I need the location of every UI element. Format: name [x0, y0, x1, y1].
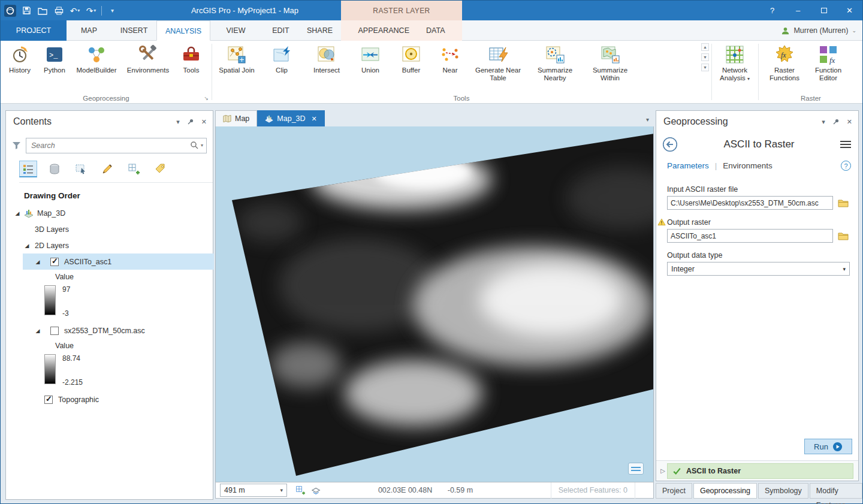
help-button[interactable]: ? — [759, 1, 785, 20]
input-raster-label: Input ASCII raster file — [667, 185, 850, 194]
tab-analysis[interactable]: ANALYSIS — [156, 20, 210, 41]
save-button[interactable] — [20, 4, 32, 18]
map-3d-viewport[interactable] — [215, 126, 654, 482]
hamburger-menu-icon[interactable] — [840, 141, 851, 148]
expand-icon[interactable]: ◢ — [13, 210, 22, 216]
network-analysis-button[interactable]: Network Analysis ▾ — [714, 43, 756, 83]
tab-environments[interactable]: Environments — [723, 161, 773, 170]
function-editor-button[interactable]: fx Function Editor — [809, 43, 847, 82]
expand-icon[interactable]: ◢ — [23, 243, 31, 249]
tab-project[interactable]: PROJECT — [1, 20, 67, 41]
help-icon[interactable]: ? — [841, 161, 851, 171]
open-project-button[interactable] — [37, 4, 49, 18]
output-raster-label: Output raster — [667, 218, 850, 227]
expand-icon[interactable]: ◢ — [34, 328, 42, 334]
list-by-labeling-button[interactable] — [151, 161, 169, 177]
tree-item-layer-asciito[interactable]: ◢ ASCIITo_asc1 — [23, 253, 214, 270]
notification-bubble-icon[interactable] — [628, 463, 644, 475]
tab-appearance[interactable]: APPEARANCE — [350, 20, 418, 41]
ribbon-scroll-buttons[interactable]: ▴ ▾ ▾ — [701, 43, 710, 71]
layer-visibility-checkbox[interactable] — [50, 327, 59, 335]
close-pane-icon[interactable]: ✕ — [847, 118, 852, 126]
search-icon[interactable] — [190, 141, 198, 149]
clip-button[interactable]: Clip — [265, 43, 298, 82]
tree-item-layer-topographic[interactable]: Topographic — [6, 391, 213, 408]
raster-functions-button[interactable]: fx Raster Functions — [764, 43, 805, 82]
pin-icon[interactable] — [832, 118, 840, 125]
list-by-selection-button[interactable] — [72, 161, 90, 177]
tab-list-caret-icon[interactable]: ▾ — [646, 116, 654, 126]
expand-icon[interactable]: ◢ — [34, 259, 42, 265]
tab-data[interactable]: DATA — [418, 20, 453, 41]
tab-map-view[interactable]: Map — [215, 110, 257, 126]
redo-button[interactable]: ↷▾ — [85, 4, 97, 18]
tree-item-3d-layers[interactable]: 3D Layers — [6, 221, 213, 237]
union-button[interactable]: Union — [355, 43, 386, 82]
tab-insert[interactable]: INSERT — [111, 20, 156, 41]
summarize-within-button[interactable]: Summarize Within — [587, 43, 633, 82]
filter-icon[interactable] — [12, 141, 21, 150]
map-scale-combo[interactable]: 491 m ▾ — [220, 484, 287, 497]
near-button[interactable]: Near — [436, 43, 464, 82]
environments-button[interactable]: Environments — [123, 43, 173, 74]
buffer-button[interactable]: Buffer — [396, 43, 427, 82]
dialog-launcher-icon[interactable]: ↘ — [204, 95, 209, 101]
search-input[interactable] — [26, 138, 207, 153]
history-button[interactable]: History — [3, 43, 37, 74]
dock-tab-project[interactable]: Project — [656, 483, 692, 499]
list-by-snapping-button[interactable] — [125, 161, 143, 177]
browse-button[interactable] — [837, 197, 850, 210]
intersect-button[interactable]: Intersect — [308, 43, 345, 82]
search-options-caret-icon[interactable]: ▾ — [201, 143, 203, 148]
modelbuilder-button[interactable]: ModelBuilder — [73, 43, 120, 74]
layer-visibility-checkbox[interactable] — [50, 258, 59, 266]
minimize-button[interactable]: – — [785, 1, 811, 20]
print-button[interactable] — [53, 4, 65, 18]
tree-item-layer-sx2553[interactable]: ◢ sx2553_DTM_50cm.asc — [6, 322, 213, 339]
tab-parameters[interactable]: Parameters — [667, 161, 709, 170]
tab-share[interactable]: SHARE — [300, 20, 339, 41]
back-button[interactable] — [662, 137, 678, 152]
list-by-editing-button[interactable] — [98, 161, 116, 177]
python-button[interactable]: >_ Python — [39, 43, 70, 74]
input-raster-field[interactable] — [667, 196, 833, 210]
close-pane-icon[interactable]: ✕ — [201, 118, 207, 126]
dock-tab-modify-features[interactable]: Modify Features — [810, 483, 862, 499]
list-by-data-source-button[interactable] — [46, 161, 64, 177]
run-button[interactable]: Run — [804, 439, 852, 454]
signed-in-user[interactable]: Murren (Murren) ⌄ — [781, 20, 856, 41]
layer-visibility-checkbox[interactable] — [44, 396, 53, 404]
selection-icon — [75, 163, 87, 175]
pane-options-icon[interactable]: ▾ — [176, 118, 180, 126]
browse-button[interactable] — [837, 230, 850, 243]
tools-button[interactable]: Tools — [176, 43, 207, 74]
spatial-join-button[interactable]: Spatial Join — [218, 43, 255, 82]
customize-toolbar-button[interactable]: ▾ — [106, 4, 118, 18]
list-by-drawing-order-button[interactable] — [19, 161, 37, 177]
grayscale-ramp — [44, 354, 56, 384]
tree-item-2d-layers[interactable]: ◢ 2D Layers — [6, 237, 213, 253]
dropdown-caret-icon: ▾ — [747, 76, 750, 82]
tab-map3d-view[interactable]: Map_3D ✕ — [257, 110, 324, 126]
add-grid-icon[interactable] — [295, 485, 305, 495]
dock-tab-geoprocessing[interactable]: Geoprocessing — [693, 483, 757, 499]
generate-near-table-button[interactable]: Generate Near Table — [473, 43, 523, 82]
pin-icon[interactable] — [187, 118, 194, 125]
output-data-type-select[interactable]: Integer ▾ — [667, 262, 850, 276]
dock-tab-symbology[interactable]: Symbology — [758, 483, 808, 499]
pane-options-icon[interactable]: ▾ — [822, 118, 825, 126]
maximize-button[interactable] — [811, 1, 837, 20]
completed-tool-result[interactable]: ASCII to Raster — [667, 463, 853, 479]
close-button[interactable]: ✕ — [837, 1, 862, 20]
ramp-max-value: 88.74 — [62, 354, 83, 363]
tab-map[interactable]: MAP — [67, 20, 111, 41]
output-raster-field[interactable] — [667, 229, 833, 243]
summarize-nearby-button[interactable]: Summarize Nearby — [532, 43, 578, 82]
undo-button[interactable]: ↶▾ — [69, 4, 81, 18]
tab-edit[interactable]: EDIT — [261, 20, 300, 41]
tab-view[interactable]: VIEW — [210, 20, 261, 41]
tree-item-scene[interactable]: ◢ Map_3D — [6, 205, 213, 221]
contents-toolbar — [19, 161, 213, 183]
close-tab-icon[interactable]: ✕ — [312, 115, 317, 123]
expand-result-icon[interactable]: ▷ — [659, 467, 667, 474]
